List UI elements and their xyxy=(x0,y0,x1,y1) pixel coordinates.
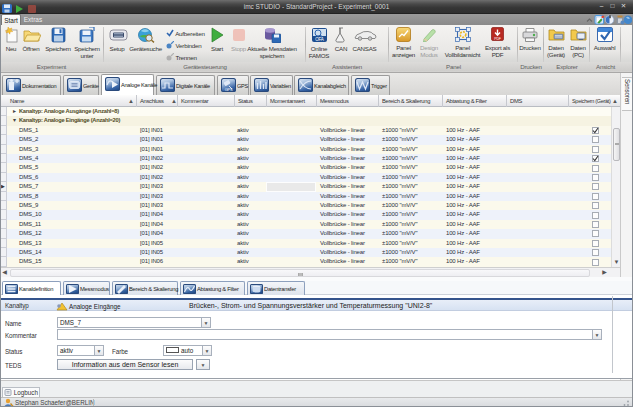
svg-text:PDF: PDF xyxy=(494,37,501,41)
svg-text:OFA: OFA xyxy=(315,37,324,42)
svg-text:GPS: GPS xyxy=(225,87,233,92)
